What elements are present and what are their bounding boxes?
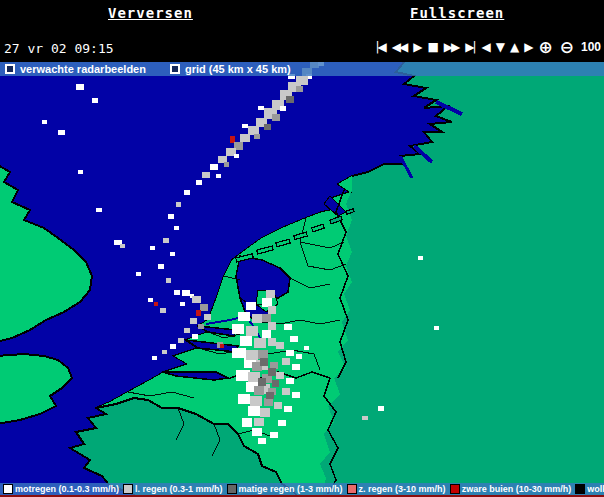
radar-cell: [274, 402, 282, 409]
pan-down-button[interactable]: ▼: [496, 39, 503, 55]
radar-cell: [252, 428, 262, 436]
zoom-out-button[interactable]: ⊖: [560, 39, 574, 55]
pan-left-button[interactable]: ◀: [482, 39, 489, 55]
radar-cell: [236, 370, 250, 381]
radar-cell: [282, 358, 290, 365]
timestamp-label: 27 vr 02 09:15: [4, 41, 114, 56]
radar-cell: [190, 318, 197, 324]
refresh-link[interactable]: Verversen: [108, 5, 193, 21]
radar-cell: [192, 334, 198, 339]
radar-cell: [258, 438, 266, 444]
radar-cell: [434, 326, 439, 330]
legend-color-swatch: [123, 484, 133, 494]
pan-up-button[interactable]: ▲: [510, 39, 517, 55]
radar-cell: [202, 172, 210, 178]
radar-cell: [282, 388, 290, 395]
zoom-in-button[interactable]: ⊕: [538, 39, 552, 55]
radar-layer-checkbox[interactable]: [5, 64, 15, 74]
radar-cell: [276, 372, 284, 379]
radar-cell: [178, 338, 184, 343]
radar-cell: [254, 386, 264, 395]
radar-cell: [168, 214, 174, 219]
legend-color-swatch: [3, 484, 13, 494]
legend-color-swatch: [347, 484, 357, 494]
radar-cell: [266, 290, 275, 298]
radar-cell: [42, 120, 47, 124]
radar-cell: [176, 202, 181, 207]
fast-rewind-button[interactable]: ◀◀: [392, 39, 406, 55]
radar-cell: [148, 298, 153, 302]
radar-cell: [268, 338, 276, 346]
stop-button[interactable]: ■: [427, 39, 436, 55]
radar-cell: [362, 416, 368, 420]
radar-cell: [246, 302, 256, 310]
radar-app: Verversen Fullscreen 27 vr 02 09:15 |◀◀◀…: [0, 0, 604, 497]
radar-cell: [232, 348, 246, 358]
pan-right-button[interactable]: ▶: [524, 39, 531, 55]
radar-cell: [192, 296, 201, 303]
radar-cell: [262, 330, 271, 338]
radar-cell: [276, 342, 284, 349]
radar-cell: [252, 314, 262, 323]
legend-color-swatch: [575, 484, 585, 494]
radar-cell: [286, 378, 294, 384]
radar-cell: [182, 290, 190, 296]
playback-controls: |◀◀◀▶■▶▶▶|◀▼▲▶⊕⊖ 100: [375, 39, 601, 55]
radar-cell: [258, 378, 266, 386]
skip-to-end-button[interactable]: ▶|: [465, 39, 474, 55]
radar-cell: [204, 314, 211, 320]
legend-item: l. regen (0.3-1 mm/h): [123, 484, 223, 494]
radar-cell: [270, 362, 278, 369]
radar-cell: [242, 418, 252, 427]
radar-cell: [196, 310, 201, 316]
radar-cell: [286, 96, 294, 103]
radar-cell: [254, 338, 266, 348]
radar-cell: [224, 162, 229, 167]
radar-cell: [272, 380, 279, 387]
radar-cell: [230, 136, 235, 143]
radar-cell: [174, 290, 180, 295]
radar-cell: [180, 302, 185, 306]
radar-cell: [163, 238, 169, 243]
radar-cell: [378, 406, 384, 411]
radar-cell: [76, 84, 84, 90]
skip-to-start-button[interactable]: |◀: [375, 39, 384, 55]
radar-cell: [264, 124, 271, 130]
radar-cell: [258, 350, 268, 359]
legend-item-label: l. regen (0.3-1 mm/h): [135, 484, 223, 494]
radar-cell: [154, 302, 158, 306]
legend-item: z. regen (3-10 mm/h): [347, 484, 446, 494]
radar-cell: [286, 350, 294, 356]
radar-cell: [250, 396, 262, 406]
radar-cell: [260, 358, 268, 366]
legend-color-swatch: [450, 484, 460, 494]
radar-cell: [248, 126, 259, 135]
layer-item-radar: verwachte radarbeelden: [5, 63, 146, 75]
fullscreen-link[interactable]: Fullscreen: [410, 5, 504, 21]
radar-cell: [234, 154, 239, 158]
radar-cell: [292, 364, 300, 370]
radar-cell: [268, 322, 276, 330]
radar-cell: [262, 314, 271, 322]
play-button[interactable]: ▶: [413, 39, 420, 55]
radar-cell: [254, 418, 264, 426]
radar-cell: [198, 324, 204, 329]
grid-layer-checkbox[interactable]: [170, 64, 180, 74]
legend-color-swatch: [227, 484, 237, 494]
radar-cell: [174, 226, 179, 230]
legend-item-label: motregen (0.1-0.3 mm/h): [15, 484, 119, 494]
legend-bar: motregen (0.1-0.3 mm/h)l. regen (0.3-1 m…: [0, 483, 604, 495]
radar-cell: [248, 406, 260, 416]
fast-forward-button[interactable]: ▶▶: [444, 39, 458, 55]
radar-cell: [284, 324, 292, 330]
legend-item: wolkbreuk (>30 mm/h): [575, 484, 604, 494]
grid-layer-label: grid (45 km x 45 km): [185, 63, 291, 75]
legend-item: motregen (0.1-0.3 mm/h): [3, 484, 119, 494]
radar-cell: [268, 306, 276, 314]
radar-cell: [238, 312, 250, 321]
legend-item-label: z. regen (3-10 mm/h): [359, 484, 446, 494]
radar-cell: [240, 336, 252, 346]
legend-item: zware buien (10-30 mm/h): [450, 484, 572, 494]
radar-cell: [266, 392, 274, 399]
radar-cell: [280, 106, 286, 111]
